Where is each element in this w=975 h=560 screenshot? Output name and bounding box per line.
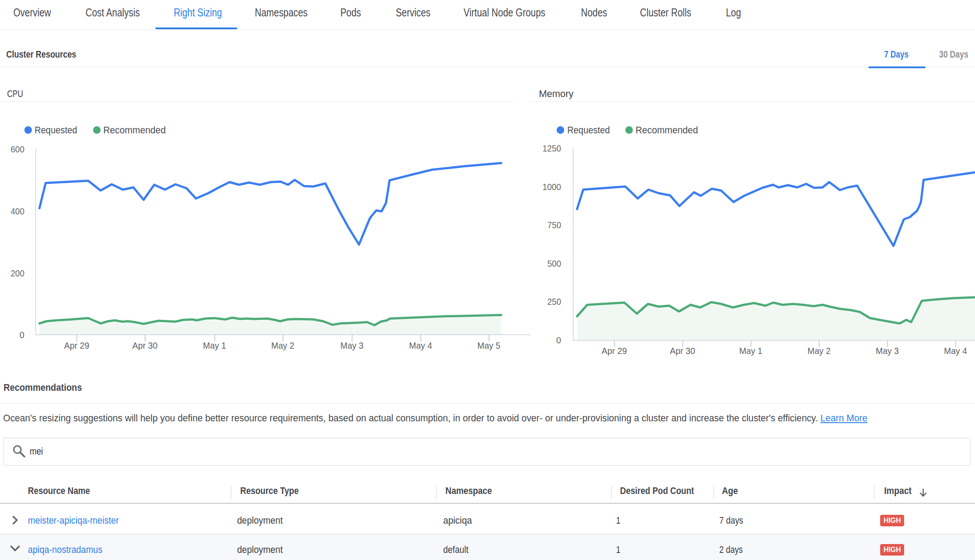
svg-text:200: 200 bbox=[11, 268, 24, 278]
svg-text:May 3: May 3 bbox=[876, 346, 899, 356]
svg-text:Apr 30: Apr 30 bbox=[670, 346, 695, 356]
svg-text:May 4: May 4 bbox=[409, 340, 432, 350]
svg-text:1000: 1000 bbox=[542, 182, 561, 192]
svg-text:May 1: May 1 bbox=[203, 340, 226, 350]
svg-text:May 4: May 4 bbox=[944, 346, 967, 356]
svg-text:Apr 30: Apr 30 bbox=[133, 340, 158, 350]
svg-text:500: 500 bbox=[547, 258, 561, 268]
svg-text:0: 0 bbox=[556, 335, 561, 345]
svg-text:May 5: May 5 bbox=[477, 340, 500, 350]
svg-text:May 2: May 2 bbox=[807, 346, 831, 356]
svg-text:May 3: May 3 bbox=[340, 340, 363, 350]
svg-text:0: 0 bbox=[20, 330, 24, 340]
svg-text:750: 750 bbox=[547, 220, 561, 230]
svg-text:Apr 29: Apr 29 bbox=[64, 340, 90, 350]
svg-text:400: 400 bbox=[11, 206, 24, 216]
svg-text:250: 250 bbox=[547, 296, 561, 307]
svg-text:Apr 29: Apr 29 bbox=[602, 346, 627, 356]
svg-text:May 2: May 2 bbox=[271, 340, 294, 350]
svg-text:May 1: May 1 bbox=[739, 346, 762, 356]
svg-text:600: 600 bbox=[11, 144, 24, 154]
svg-text:1250: 1250 bbox=[542, 143, 561, 153]
